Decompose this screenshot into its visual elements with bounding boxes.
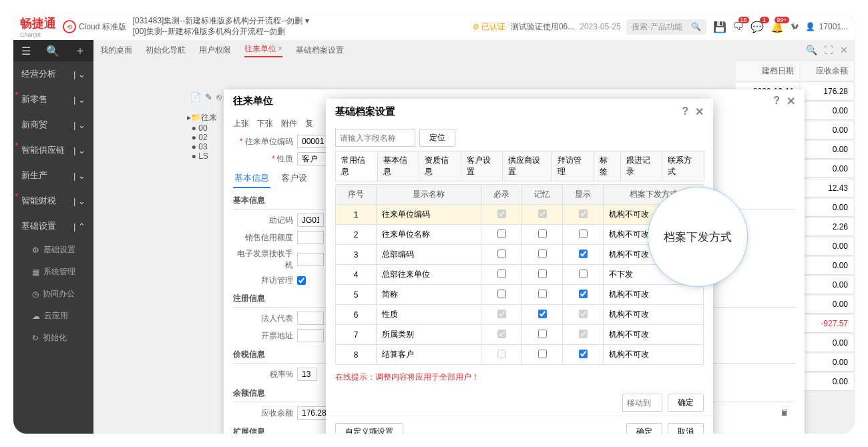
calc-icon[interactable]: 🖩 [781, 408, 789, 418]
category-tab[interactable]: 资质信息 [419, 151, 461, 181]
grid-checkbox[interactable] [579, 290, 588, 298]
ok-button[interactable]: 确定 [626, 423, 662, 434]
cloud-icon: ☁ [32, 312, 40, 321]
bell-icon[interactable]: 💬1 [750, 21, 764, 33]
plus-icon[interactable]: ＋ [75, 44, 85, 58]
grid-checkbox[interactable] [538, 230, 547, 238]
sidebar: ☰🔍＋ 经营分析| ⌄ 新零售| ⌄ 新商贸| ⌄ 智能供应链| ⌄ 新生产| … [13, 40, 93, 434]
category-tabs: 常用信息基本信息资质信息客户设置供应商设置拜访管理标签跟进记录联系方式 [335, 151, 704, 181]
grid-checkbox[interactable] [538, 250, 547, 258]
move-to-input[interactable] [622, 394, 662, 412]
category-tab[interactable]: 常用信息 [335, 151, 378, 181]
alert-icon[interactable]: 🔔99+ [771, 21, 784, 33]
category-tab[interactable]: 联系方式 [662, 151, 704, 181]
tree-panel[interactable]: ▸📁往来 ● 00 ● 02 ● 03 ● LS [187, 112, 227, 161]
ok-small-button[interactable]: 确定 [668, 394, 704, 412]
mnemonic-input[interactable] [297, 213, 324, 227]
grid-checkbox[interactable] [538, 270, 547, 278]
grid-checkbox [579, 310, 588, 318]
copy-button[interactable]: 复 [305, 118, 313, 129]
save-icon[interactable]: 💾 [713, 21, 726, 33]
search-icon[interactable]: 🔍 [46, 45, 59, 57]
close-icon[interactable]: ✕ [840, 45, 848, 55]
close-icon[interactable]: × [278, 44, 282, 53]
sidebar-item[interactable]: 新商贸| ⌄ [13, 112, 93, 137]
fields-grid[interactable]: 序号显示名称必录记忆显示档案下发方式 1往来单位编码机构不可改2往来单位名称机构… [335, 184, 704, 365]
grid-checkbox[interactable] [497, 290, 506, 298]
locate-button[interactable]: 定位 [419, 129, 455, 147]
tab-active[interactable]: 往来单位× [244, 43, 282, 57]
edit-icon[interactable]: ✎ [205, 92, 212, 102]
grid-checkbox[interactable] [497, 230, 506, 238]
custom-fields-button[interactable]: 自定义项设置 [335, 423, 403, 434]
grid-checkbox[interactable] [538, 350, 547, 358]
credit-input[interactable] [297, 231, 324, 244]
sidebar-item[interactable]: 新生产| ⌄ [13, 163, 93, 188]
cloud-icon: ⟲ [63, 20, 76, 33]
legal-input[interactable] [297, 312, 324, 325]
tabs-row: 我的桌面 初始化导航 用户权限 往来单位× 基础档案设置 🔍⛶✕ [93, 40, 855, 60]
sidebar-item[interactable]: 基础设置| ⌃ [13, 213, 93, 239]
grid-checkbox[interactable] [538, 330, 547, 338]
sidebar-sub[interactable]: ↻初始化 [13, 327, 93, 349]
mini-toolbar: 📄✎⎋ [190, 92, 222, 102]
visit-checkbox[interactable] [297, 276, 306, 285]
close-icon[interactable]: ✕ [695, 105, 704, 118]
user-menu[interactable]: 👤17001... [805, 22, 848, 31]
sidebar-sub[interactable]: ⚙基础设置 [13, 239, 93, 261]
tab[interactable]: 用户权限 [199, 45, 231, 56]
sidebar-item[interactable]: 智能供应链| ⌄ [13, 137, 93, 163]
sidebar-item[interactable]: 智能财税| ⌄ [13, 188, 93, 213]
sidebar-sub[interactable]: ▦系统管理 [13, 261, 93, 283]
sidebar-sub[interactable]: ☁云应用 [13, 305, 93, 327]
system-icon: ▦ [32, 268, 39, 277]
grid-checkbox[interactable] [538, 290, 547, 298]
tab[interactable]: 初始化导航 [146, 45, 186, 56]
search-icon[interactable]: 🔍 [806, 45, 817, 55]
grid-checkbox[interactable] [579, 350, 588, 358]
menu-icon[interactable]: ☰ [21, 45, 31, 57]
header-date: 2023-05-25 [580, 22, 620, 31]
tab[interactable]: 我的桌面 [100, 45, 132, 56]
close-icon[interactable]: ✕ [787, 95, 795, 107]
breadcrumb[interactable]: [031483]集测--新建标准版多机构分开流程--勿删 ▾[00]集测--新建… [133, 16, 467, 37]
einvoice-input[interactable] [297, 253, 324, 266]
category-tab[interactable]: 跟进记录 [620, 151, 663, 181]
next-button[interactable]: 下张 [257, 118, 273, 129]
tax-input[interactable] [297, 368, 317, 381]
category-tab[interactable]: 客户设置 [461, 151, 503, 181]
expand-icon[interactable]: ⛶ [824, 45, 833, 55]
action-icon[interactable]: ⎋ [216, 92, 222, 102]
cloud-badge: ⟲Cloud 标准版 [63, 20, 126, 33]
inner-tab[interactable]: 客户设 [280, 169, 308, 188]
sidebar-item[interactable]: 经营分析| ⌄ [13, 61, 93, 87]
help-icon[interactable]: ? [773, 95, 780, 107]
prev-button[interactable]: 上张 [233, 118, 249, 129]
grid-checkbox[interactable] [497, 250, 506, 258]
sidebar-sub[interactable]: ◷协同办公 [13, 283, 93, 305]
grid-checkbox[interactable] [538, 310, 547, 318]
attach-button[interactable]: 附件 [281, 118, 297, 129]
doc-icon[interactable]: 📄 [190, 92, 201, 102]
notif-icon[interactable]: 🗨18 [733, 21, 744, 33]
addr-input[interactable] [297, 329, 324, 342]
category-tab[interactable]: 标签 [594, 151, 621, 181]
grid-checkbox [497, 310, 506, 318]
callout-bubble: 档案下发方式 [648, 187, 748, 287]
help-icon[interactable]: ? [682, 105, 688, 118]
category-tab[interactable]: 供应商设置 [502, 151, 552, 181]
search-input[interactable]: 搜索-产品功能🔍 [626, 19, 706, 35]
sidebar-item[interactable]: 新零售| ⌄ [13, 87, 93, 112]
search-icon[interactable]: 🔍 [691, 22, 701, 31]
grid-checkbox[interactable] [579, 230, 588, 238]
grid-checkbox[interactable] [579, 250, 588, 258]
category-tab[interactable]: 拜访管理 [552, 151, 594, 181]
grid-checkbox[interactable] [497, 270, 506, 278]
tab[interactable]: 基础档案设置 [296, 45, 344, 56]
avatar-icon[interactable]: 🐿 [791, 22, 799, 31]
grid-checkbox[interactable] [579, 270, 588, 278]
inner-tab[interactable]: 基本信息 [233, 169, 270, 188]
category-tab[interactable]: 基本信息 [377, 151, 420, 181]
field-search-input[interactable] [335, 129, 415, 147]
cancel-button[interactable]: 取消 [668, 423, 704, 434]
